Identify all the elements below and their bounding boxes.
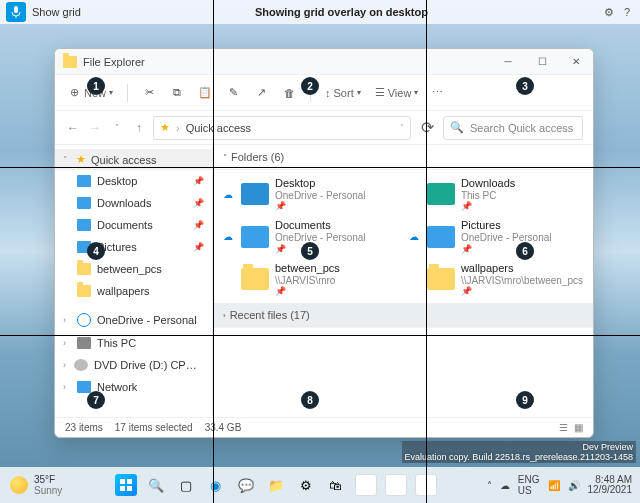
quick-access-header[interactable]: ˅★Quick access <box>55 149 212 170</box>
recent-group-header[interactable]: ›Recent files (17) <box>213 303 593 328</box>
nav-root-onedrive-personal[interactable]: ›OneDrive - Personal <box>55 308 212 332</box>
back-button[interactable]: ← <box>65 121 81 135</box>
explorer-taskbar-icon[interactable]: 📁 <box>265 474 287 496</box>
up-button[interactable]: ↑ <box>131 121 147 135</box>
share-icon[interactable]: ↗ <box>254 86 268 100</box>
svg-rect-0 <box>14 6 18 13</box>
maximize-button[interactable]: ☐ <box>525 49 559 75</box>
clock[interactable]: 8:48 AM12/9/2021 <box>588 475 633 496</box>
pinned-app-1[interactable] <box>355 474 377 496</box>
command-bar: ⊕New▾ ✂ ⧉ 📋 ✎ ↗ 🗑 ↕Sort▾ ☰View▾ ⋯ <box>55 75 593 111</box>
nav-root-network[interactable]: ›Network <box>55 376 212 398</box>
minimize-button[interactable]: ─ <box>491 49 525 75</box>
more-button[interactable]: ⋯ <box>432 86 443 99</box>
taskbar[interactable]: 35°FSunny 🔍 ▢ ◉ 💬 📁 ⚙ 🛍 ˄ ☁ ENGUS 📶 🔊 8:… <box>0 467 640 503</box>
nav-root-label: OneDrive - Personal <box>97 314 197 326</box>
titlebar[interactable]: File Explorer ─ ☐ ✕ <box>55 49 593 75</box>
content-pane[interactable]: ˅Folders (6) ☁DesktopOneDrive - Personal… <box>213 145 593 417</box>
search-taskbar-icon[interactable]: 🔍 <box>145 474 167 496</box>
volume-icon[interactable]: 🔊 <box>568 480 580 491</box>
folder-item[interactable]: wallpapers\\JARVIS\mro\between_pcs📌 <box>407 259 585 299</box>
folders-group-header[interactable]: ˅Folders (6) <box>213 145 593 170</box>
copy-icon[interactable]: ⧉ <box>170 86 184 100</box>
start-button[interactable] <box>115 474 137 496</box>
nav-root-this-pc[interactable]: ›This PC <box>55 332 212 354</box>
address-bar[interactable]: ★ › Quick access ˅ <box>153 116 411 140</box>
folder-icon <box>427 268 455 290</box>
breadcrumb[interactable]: Quick access <box>186 122 251 134</box>
forward-button[interactable]: → <box>87 121 103 135</box>
nav-item-icon <box>77 175 91 187</box>
delete-icon[interactable]: 🗑 <box>282 86 296 100</box>
chevron-icon: › <box>63 338 71 348</box>
status-selected: 17 items selected <box>115 422 193 433</box>
settings-icon[interactable]: ⚙ <box>604 6 614 19</box>
refresh-button[interactable]: ⟳ <box>417 118 437 137</box>
folder-item[interactable]: ☁DesktopOneDrive - Personal📌 <box>221 174 399 214</box>
nav-item-desktop[interactable]: Desktop📌 <box>55 170 212 192</box>
pin-icon: 📌 <box>461 201 515 211</box>
nav-item-label: Pictures <box>97 241 137 253</box>
view-button[interactable]: ☰View▾ <box>375 86 419 99</box>
folder-name: wallpapers <box>461 262 583 275</box>
status-bar: 23 items 17 items selected 33.4 GB ☰▦ <box>55 417 593 437</box>
tray-chevron-icon[interactable]: ˄ <box>487 480 492 491</box>
folder-location: \\JARVIS\mro\between_pcs <box>461 275 583 287</box>
evaluation-watermark: Dev Preview Evaluation copy. Build 22518… <box>402 441 637 463</box>
folder-name: Documents <box>275 219 366 232</box>
window-title: File Explorer <box>83 56 491 68</box>
chevron-down-icon[interactable]: ˅ <box>400 123 404 132</box>
system-tray[interactable]: ˄ ☁ ENGUS 📶 🔊 8:48 AM12/9/2021 <box>479 474 640 496</box>
folder-item[interactable]: ☁PicturesOneDrive - Personal📌 <box>407 216 585 256</box>
folder-item[interactable]: DownloadsThis PC📌 <box>407 174 585 214</box>
sort-button[interactable]: ↕Sort▾ <box>325 87 361 99</box>
help-icon[interactable]: ? <box>624 6 630 19</box>
nav-item-pictures[interactable]: Pictures📌 <box>55 236 212 258</box>
chat-icon[interactable]: 💬 <box>235 474 257 496</box>
thumbnails-view-icon[interactable]: ▦ <box>574 422 583 433</box>
rename-icon[interactable]: ✎ <box>226 86 240 100</box>
nav-root-dvd-drive-d-cpra-x-fre-en[interactable]: ›DVD Drive (D:) CPRA_X64FRE_EN <box>55 354 212 376</box>
language-indicator[interactable]: ENGUS <box>518 474 540 496</box>
svg-rect-3 <box>120 486 125 491</box>
cut-icon[interactable]: ✂ <box>142 86 156 100</box>
onedrive-tray-icon[interactable]: ☁ <box>500 480 510 491</box>
folder-item[interactable]: ☁DocumentsOneDrive - Personal📌 <box>221 216 399 256</box>
chevron-icon: › <box>63 315 71 325</box>
search-box[interactable]: 🔍 Search Quick access <box>443 116 583 140</box>
nav-item-icon <box>77 241 91 253</box>
task-view-icon[interactable]: ▢ <box>175 474 197 496</box>
pinned-app-3[interactable] <box>415 474 437 496</box>
desktop: Show grid Showing grid overlay on deskto… <box>0 0 640 503</box>
new-button[interactable]: ⊕New▾ <box>67 86 113 100</box>
weather-widget[interactable]: 35°FSunny <box>0 474 72 496</box>
pinned-app-2[interactable] <box>385 474 407 496</box>
nav-item-downloads[interactable]: Downloads📌 <box>55 192 212 214</box>
widgets-icon[interactable]: ◉ <box>205 474 227 496</box>
close-button[interactable]: ✕ <box>559 49 593 75</box>
nav-item-icon <box>77 285 91 297</box>
pin-icon: 📌 <box>275 244 366 254</box>
folder-icon <box>427 183 455 205</box>
folder-icon <box>63 56 77 68</box>
details-view-icon[interactable]: ☰ <box>559 422 568 433</box>
status-item-count: 23 items <box>65 422 103 433</box>
chevron-icon: › <box>63 382 71 392</box>
mic-icon[interactable] <box>6 2 26 22</box>
nav-item-wallpapers[interactable]: wallpapers <box>55 280 212 302</box>
pin-icon: 📌 <box>193 220 204 230</box>
navigation-pane[interactable]: ˅★Quick access Desktop📌Downloads📌Documen… <box>55 145 213 417</box>
nav-root-label: This PC <box>97 337 136 349</box>
recent-button[interactable]: ˅ <box>109 123 125 132</box>
wifi-icon[interactable]: 📶 <box>548 480 560 491</box>
nav-item-between_pcs[interactable]: between_pcs <box>55 258 212 280</box>
folder-location: \\JARVIS\mro <box>275 275 340 287</box>
store-icon[interactable]: 🛍 <box>325 474 347 496</box>
chevron-icon: › <box>63 360 68 370</box>
folder-item[interactable]: between_pcs\\JARVIS\mro📌 <box>221 259 399 299</box>
settings-taskbar-icon[interactable]: ⚙ <box>295 474 317 496</box>
nav-item-documents[interactable]: Documents📌 <box>55 214 212 236</box>
paste-icon[interactable]: 📋 <box>198 86 212 100</box>
status-size: 33.4 GB <box>205 422 242 433</box>
svg-rect-4 <box>127 486 132 491</box>
